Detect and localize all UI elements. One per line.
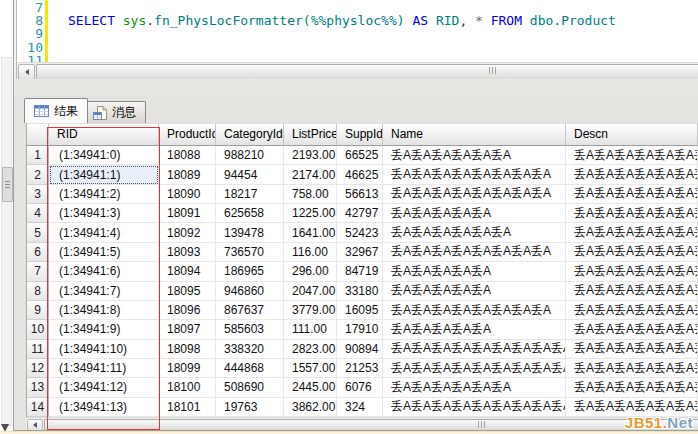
page-scrollbar-track[interactable] [1, 57, 12, 426]
cell-rid[interactable]: (1:34941:12) [49, 378, 159, 397]
pane-splitter[interactable] [14, 79, 698, 96]
cell-productid[interactable]: 18095 [159, 282, 216, 301]
cell-listprice[interactable]: 758.00 [284, 185, 337, 204]
cell-rid[interactable]: (1:34941:11) [49, 359, 159, 378]
cell-name[interactable]: 丢A丢A丢A丢A丢A [383, 262, 566, 281]
cell-listprice[interactable]: 3862.00 [284, 398, 337, 417]
cell-categoryid[interactable]: 338320 [216, 340, 284, 359]
cell-suppid[interactable]: 90894 [337, 340, 383, 359]
cell-name[interactable]: 丢A丢A丢A丢A丢A丢A [383, 378, 566, 397]
header-cell-productid[interactable]: ProductId [159, 123, 216, 146]
cell-descn[interactable]: 丢A丢A丢A丢A丢A丢A丢A丢A丢A丢A [566, 359, 698, 378]
cell-descn[interactable]: 丢A丢A丢A丢A丢A丢A丢A丢A丢A丢A [566, 185, 698, 204]
row-number-cell[interactable]: 4 [27, 204, 49, 223]
row-number-cell[interactable]: 10 [27, 320, 49, 339]
cell-name[interactable]: 丢A丢A丢A丢A丢A丢A丢A丢A [383, 185, 566, 204]
row-number-cell[interactable]: 2 [27, 165, 49, 184]
cell-name[interactable]: 丢A丢A丢A丢A丢A丢A丢A丢A丢A [383, 359, 566, 378]
cell-productid[interactable]: 18099 [159, 359, 216, 378]
cell-name[interactable]: 丢A丢A丢A丢A丢A [383, 282, 566, 301]
cell-productid[interactable]: 18089 [159, 165, 216, 184]
sql-editor[interactable]: 7891011 SELECT sys.fn_PhysLocFormatter(%… [17, 0, 698, 62]
cell-productid[interactable]: 18093 [159, 243, 216, 262]
header-cell-name[interactable]: Name [383, 123, 566, 146]
header-cell-categoryid[interactable]: CategoryId [216, 123, 284, 146]
cell-productid[interactable]: 18088 [159, 146, 216, 165]
cell-suppid[interactable]: 42797 [337, 204, 383, 223]
cell-suppid[interactable]: 21253 [337, 359, 383, 378]
cell-suppid[interactable]: 66525 [337, 146, 383, 165]
cell-suppid[interactable]: 32967 [337, 243, 383, 262]
cell-descn[interactable]: 丢A丢A丢A丢A丢A丢A丢A丢A丢A丢A [566, 340, 698, 359]
cell-descn[interactable]: 丢A丢A丢A丢A丢A丢A丢A丢A丢A丢A [566, 320, 698, 339]
cell-descn[interactable]: 丢A丢A丢A丢A丢A丢A丢A丢A丢A丢A [566, 282, 698, 301]
cell-listprice[interactable]: 111.00 [284, 320, 337, 339]
cell-categoryid[interactable]: 625658 [216, 204, 284, 223]
cell-rid[interactable]: (1:34941:9) [49, 320, 159, 339]
cell-descn[interactable]: 丢A丢A丢A丢A丢A丢A丢A丢A丢A丢A [566, 378, 698, 397]
cell-categoryid[interactable]: 19763 [216, 398, 284, 417]
editor-horizontal-scrollbar[interactable] [17, 62, 698, 79]
cell-suppid[interactable]: 56613 [337, 185, 383, 204]
cell-listprice[interactable]: 2823.00 [284, 340, 337, 359]
cell-rid[interactable]: (1:34941:10) [49, 340, 159, 359]
cell-suppid[interactable]: 324 [337, 398, 383, 417]
cell-suppid[interactable]: 84719 [337, 262, 383, 281]
row-number-cell[interactable]: 12 [27, 359, 49, 378]
cell-listprice[interactable]: 1641.00 [284, 223, 337, 242]
cell-descn[interactable]: 丢A丢A丢A丢A丢A丢A丢A丢A丢A丢A [566, 301, 698, 320]
row-number-cell[interactable]: 7 [27, 262, 49, 281]
cell-rid[interactable]: (1:34941:0) [49, 146, 159, 165]
cell-listprice[interactable]: 296.00 [284, 262, 337, 281]
row-number-cell[interactable]: 1 [27, 146, 49, 165]
cell-suppid[interactable]: 17910 [337, 320, 383, 339]
cell-rid[interactable]: (1:34941:8) [49, 301, 159, 320]
header-cell-rid[interactable]: RID [49, 123, 159, 146]
cell-categoryid[interactable]: 139478 [216, 223, 284, 242]
row-number-cell[interactable]: 3 [27, 185, 49, 204]
cell-categoryid[interactable]: 444868 [216, 359, 284, 378]
header-cell-listprice[interactable]: ListPrice [284, 123, 337, 146]
cell-name[interactable]: 丢A丢A丢A丢A丢A丢A丢A丢A [383, 301, 566, 320]
cell-productid[interactable]: 18101 [159, 398, 216, 417]
row-number-cell[interactable]: 14 [27, 398, 49, 417]
cell-listprice[interactable]: 116.00 [284, 243, 337, 262]
cell-categoryid[interactable]: 736570 [216, 243, 284, 262]
header-cell-suppid[interactable]: SuppId [337, 123, 383, 146]
cell-descn[interactable]: 丢A丢A丢A丢A丢A丢A丢A丢A丢A丢A [566, 204, 698, 223]
cell-rid[interactable]: (1:34941:7) [49, 282, 159, 301]
code-line[interactable]: SELECT sys.fn_PhysLocFormatter(%%physloc… [68, 14, 616, 27]
cell-suppid[interactable]: 52423 [337, 223, 383, 242]
page-scrollbar-thumb[interactable] [2, 167, 13, 202]
cell-categoryid[interactable]: 867637 [216, 301, 284, 320]
cell-rid[interactable]: (1:34941:2) [49, 185, 159, 204]
row-number-cell[interactable]: 9 [27, 301, 49, 320]
cell-descn[interactable]: 丢A丢A丢A丢A丢A丢A丢A丢A丢A丢A [566, 146, 698, 165]
cell-productid[interactable]: 18100 [159, 378, 216, 397]
cell-suppid[interactable]: 33180 [337, 282, 383, 301]
cell-rid[interactable]: (1:34941:13) [49, 398, 159, 417]
tab-results[interactable]: 结果 [24, 98, 88, 123]
cell-productid[interactable]: 18096 [159, 301, 216, 320]
cell-listprice[interactable]: 2047.00 [284, 282, 337, 301]
cell-name[interactable]: 丢A丢A丢A丢A丢A丢A丢A丢A [383, 165, 566, 184]
cell-name[interactable]: 丢A丢A丢A丢A丢A [383, 204, 566, 223]
cell-rid[interactable]: (1:34941:3) [49, 204, 159, 223]
cell-name[interactable]: 丢A丢A丢A丢A丢A [383, 320, 566, 339]
cell-productid[interactable]: 18097 [159, 320, 216, 339]
cell-categoryid[interactable]: 94454 [216, 165, 284, 184]
cell-categoryid[interactable]: 946860 [216, 282, 284, 301]
cell-categoryid[interactable]: 508690 [216, 378, 284, 397]
row-number-cell[interactable]: 5 [27, 223, 49, 242]
cell-suppid[interactable]: 6076 [337, 378, 383, 397]
cell-descn[interactable]: 丢A丢A丢A丢A丢A丢A丢A丢A丢A丢A [566, 243, 698, 262]
cell-productid[interactable]: 18090 [159, 185, 216, 204]
cell-name[interactable]: 丢A丢A丢A丢A丢A丢A丢A丢A丢A [383, 340, 566, 359]
cell-rid[interactable]: (1:34941:6) [49, 262, 159, 281]
cell-listprice[interactable]: 2193.00 [284, 146, 337, 165]
cell-productid[interactable]: 18092 [159, 223, 216, 242]
row-number-cell[interactable]: 13 [27, 378, 49, 397]
cell-name[interactable]: 丢A丢A丢A丢A丢A丢A [383, 223, 566, 242]
grid-horizontal-scrollbar[interactable] [26, 417, 698, 430]
cell-name[interactable]: 丢A丢A丢A丢A丢A丢A [383, 146, 566, 165]
